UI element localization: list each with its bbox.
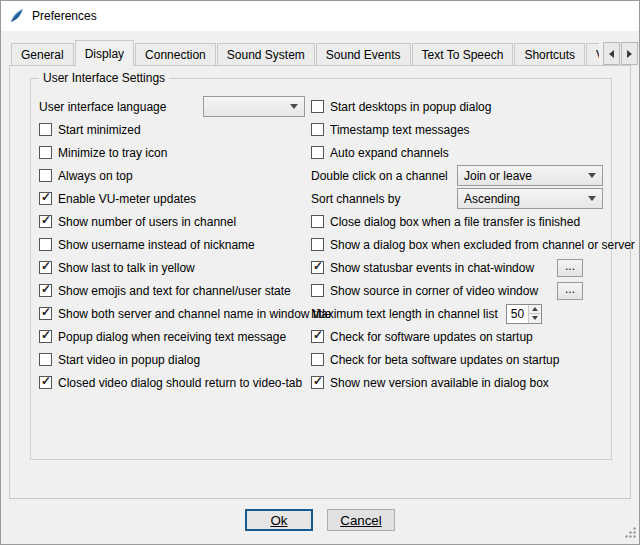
group-title: User Interface Settings: [39, 71, 169, 85]
checkbox-dialog-when-excluded[interactable]: Show a dialog box when excluded from cha…: [311, 233, 603, 256]
statusbar-events-ellipsis-button[interactable]: ...: [557, 259, 583, 277]
tab-scroll-right-button[interactable]: [621, 42, 638, 65]
checkbox-box[interactable]: [39, 330, 52, 343]
checkbox-label: Show username instead of nickname: [58, 238, 255, 252]
checkbox-video-popup[interactable]: Start video in popup dialog: [39, 348, 305, 371]
window-title: Preferences: [32, 9, 97, 23]
checkbox-label: Show emojis and text for channel/user st…: [58, 284, 291, 298]
checkbox-box[interactable]: [39, 215, 52, 228]
statusbar-events-row: Show statusbar events in chat-window ...: [311, 256, 603, 279]
checkbox-box[interactable]: [311, 123, 324, 136]
checkbox-label: Show a dialog box when excluded from cha…: [330, 238, 635, 252]
user-interface-settings-group: User Interface Settings User interface l…: [30, 78, 612, 460]
sort-channels-select[interactable]: Ascending: [457, 188, 603, 209]
ok-button[interactable]: Ok: [245, 509, 313, 531]
max-text-length-spinner[interactable]: 50: [506, 304, 542, 324]
checkbox-check-beta-updates[interactable]: Check for beta software updates on start…: [311, 348, 603, 371]
checkbox-label: Timestamp text messages: [330, 123, 470, 137]
checkbox-label: Always on top: [58, 169, 133, 183]
checkbox-start-desktops-popup[interactable]: Start desktops in popup dialog: [311, 95, 603, 118]
preferences-dialog: Preferences General Display Connection S…: [0, 0, 640, 545]
checkbox-box[interactable]: [39, 261, 52, 274]
tab-scroll-buttons: [599, 42, 638, 65]
checkbox-box[interactable]: [311, 100, 324, 113]
checkbox-check-updates[interactable]: Check for software updates on startup: [311, 325, 603, 348]
checkbox-box[interactable]: [311, 238, 324, 251]
tab-sound-events[interactable]: Sound Events: [316, 43, 411, 65]
checkbox-box[interactable]: [39, 146, 52, 159]
video-source-ellipsis-button[interactable]: ...: [557, 282, 583, 300]
checkbox-label: Check for beta software updates on start…: [330, 353, 559, 367]
checkbox-label: Show statusbar events in chat-window: [330, 261, 534, 275]
checkbox-closed-video-return[interactable]: Closed video dialog should return to vid…: [39, 371, 305, 394]
checkbox-box[interactable]: [39, 307, 52, 320]
checkbox-label: Start video in popup dialog: [58, 353, 200, 367]
checkbox-show-user-count[interactable]: Show number of users in channel: [39, 210, 305, 233]
checkbox-auto-expand-channels[interactable]: Auto expand channels: [311, 141, 603, 164]
left-column: User interface language Start minimized …: [39, 95, 305, 394]
checkbox-box[interactable]: [311, 376, 324, 389]
tab-shortcuts[interactable]: Shortcuts: [514, 43, 585, 65]
right-column: Start desktops in popup dialog Timestamp…: [311, 95, 603, 394]
checkbox-label: Start minimized: [58, 123, 141, 137]
titlebar: Preferences: [1, 1, 639, 31]
tab-text-to-speech[interactable]: Text To Speech: [412, 43, 514, 65]
tab-connection[interactable]: Connection: [135, 43, 216, 65]
double-click-select-value: Join or leave: [464, 169, 532, 183]
checkbox-box[interactable]: [39, 192, 52, 205]
checkbox-server-channel-in-title[interactable]: Show both server and channel name in win…: [39, 302, 305, 325]
checkbox-label: Show both server and channel name in win…: [58, 307, 332, 321]
footer-buttons: Ok Cancel: [1, 509, 639, 531]
video-source-row: Show source in corner of video window ..…: [311, 279, 603, 302]
checkbox-popup-text-message[interactable]: Popup dialog when receiving text message: [39, 325, 305, 348]
checkbox-box[interactable]: [39, 169, 52, 182]
cancel-button[interactable]: Cancel: [327, 509, 395, 531]
arrow-down-icon: [532, 316, 538, 320]
app-icon: [9, 8, 25, 24]
checkbox-timestamp-messages[interactable]: Timestamp text messages: [311, 118, 603, 141]
checkbox-close-on-file-transfer[interactable]: Close dialog box when a file transfer is…: [311, 210, 603, 233]
checkbox-start-minimized[interactable]: Start minimized: [39, 118, 305, 141]
checkbox-label: Enable VU-meter updates: [58, 192, 196, 206]
checkbox-box[interactable]: [39, 353, 52, 366]
checkbox-box[interactable]: [311, 330, 324, 343]
checkbox-emojis-text-state[interactable]: Show emojis and text for channel/user st…: [39, 279, 305, 302]
checkbox-always-on-top[interactable]: Always on top: [39, 164, 305, 187]
max-text-length-label: Maximum text length in channel list: [311, 307, 498, 321]
checkbox-show-new-version[interactable]: Show new version available in dialog box: [311, 371, 603, 394]
checkbox-label: Show number of users in channel: [58, 215, 236, 229]
tab-sound-system[interactable]: Sound System: [217, 43, 315, 65]
language-select[interactable]: [203, 96, 305, 117]
checkbox-last-talk-yellow[interactable]: Show last to talk in yellow: [39, 256, 305, 279]
double-click-label: Double click on a channel: [311, 169, 448, 183]
tab-bar: General Display Connection Sound System …: [1, 39, 639, 66]
spinner-value: 50: [507, 305, 528, 323]
language-row: User interface language: [39, 95, 305, 118]
checkbox-box[interactable]: [39, 238, 52, 251]
checkbox-label: Closed video dialog should return to vid…: [58, 376, 302, 390]
checkbox-box[interactable]: [39, 376, 52, 389]
sort-channels-row: Sort channels by Ascending: [311, 187, 603, 210]
double-click-channel-select[interactable]: Join or leave: [457, 165, 603, 186]
spin-up-button[interactable]: [529, 305, 541, 314]
tab-pane: User Interface Settings User interface l…: [9, 66, 631, 499]
checkbox-minimize-to-tray[interactable]: Minimize to tray icon: [39, 141, 305, 164]
tab-display[interactable]: Display: [75, 40, 134, 66]
checkbox-box[interactable]: [311, 146, 324, 159]
tab-general[interactable]: General: [11, 43, 74, 65]
checkbox-box[interactable]: [39, 123, 52, 136]
chevron-down-icon: [588, 173, 596, 178]
checkbox-box[interactable]: [311, 353, 324, 366]
checkbox-box[interactable]: [311, 261, 324, 274]
tab-scroll-left-button[interactable]: [603, 42, 620, 65]
max-text-length-row: Maximum text length in channel list 50: [311, 302, 603, 325]
checkbox-box[interactable]: [311, 284, 324, 297]
checkbox-vu-meter-updates[interactable]: Enable VU-meter updates: [39, 187, 305, 210]
checkbox-username-instead-nickname[interactable]: Show username instead of nickname: [39, 233, 305, 256]
spin-down-button[interactable]: [529, 313, 541, 323]
resize-grip[interactable]: [624, 526, 637, 542]
checkbox-label: Check for software updates on startup: [330, 330, 533, 344]
chevron-down-icon: [588, 196, 596, 201]
checkbox-box[interactable]: [311, 215, 324, 228]
checkbox-box[interactable]: [39, 284, 52, 297]
